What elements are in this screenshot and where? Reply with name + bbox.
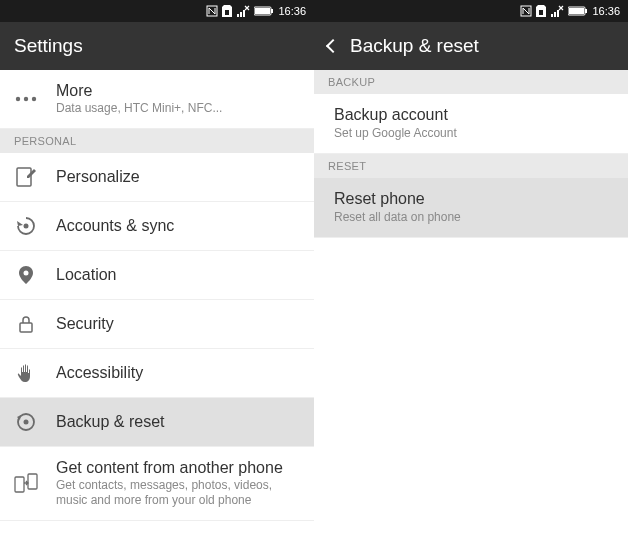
item-label: Location <box>56 266 117 284</box>
svg-point-9 <box>24 224 29 229</box>
backup-list: BACKUP Backup account Set up Google Acco… <box>314 70 628 557</box>
svg-rect-14 <box>15 477 24 492</box>
item-backup-reset[interactable]: Backup & reset <box>0 398 314 447</box>
item-accessibility[interactable]: Accessibility <box>0 349 314 398</box>
item-label: Get content from another phone <box>56 459 300 477</box>
page-title: Backup & reset <box>350 35 479 57</box>
item-more[interactable]: More Data usage, HTC Mini+, NFC... <box>0 70 314 129</box>
item-label: Backup & reset <box>56 413 165 431</box>
item-label: Reset phone <box>334 190 461 208</box>
sim-icon <box>222 5 232 17</box>
item-label: Personalize <box>56 168 140 186</box>
item-security[interactable]: Security <box>0 300 314 349</box>
back-icon[interactable] <box>326 39 340 53</box>
nfc-icon <box>520 5 532 17</box>
header-settings: Settings <box>0 22 314 70</box>
item-location[interactable]: Location <box>0 251 314 300</box>
personalize-icon <box>14 165 38 189</box>
sync-icon <box>14 214 38 238</box>
section-backup: BACKUP <box>314 70 628 94</box>
item-sub: Set up Google Account <box>334 126 457 141</box>
section-reset: RESET <box>314 154 628 178</box>
item-sub: Reset all data on phone <box>334 210 461 225</box>
item-label: More <box>56 82 222 100</box>
signal-x-icon <box>236 5 250 17</box>
item-sub: Get contacts, messages, photos, videos, … <box>56 478 300 508</box>
location-icon <box>14 263 38 287</box>
svg-rect-11 <box>20 323 32 332</box>
svg-rect-1 <box>225 10 229 15</box>
page-title: Settings <box>14 35 83 57</box>
restore-icon <box>14 410 38 434</box>
phone-settings: 16:36 Settings More Data usage, HTC Mini… <box>0 0 314 557</box>
item-backup-account[interactable]: Backup account Set up Google Account <box>314 94 628 154</box>
svg-rect-17 <box>539 10 543 15</box>
svg-point-7 <box>32 97 36 101</box>
hand-icon <box>14 361 38 385</box>
battery-icon <box>568 6 588 16</box>
item-label: Accounts & sync <box>56 217 174 235</box>
battery-icon <box>254 6 274 16</box>
item-reset-phone[interactable]: Reset phone Reset all data on phone <box>314 178 628 238</box>
svg-point-6 <box>24 97 28 101</box>
item-personalize[interactable]: Personalize <box>0 153 314 202</box>
section-personal: PERSONAL <box>0 129 314 153</box>
item-label: Accessibility <box>56 364 143 382</box>
svg-rect-15 <box>28 474 37 489</box>
header-backup: Backup & reset <box>314 22 628 70</box>
svg-rect-20 <box>569 8 584 14</box>
item-sub: Data usage, HTC Mini+, NFC... <box>56 101 222 116</box>
sim-icon <box>536 5 546 17</box>
item-label: Backup account <box>334 106 457 124</box>
item-accounts-sync[interactable]: Accounts & sync <box>0 202 314 251</box>
status-time: 16:36 <box>278 5 306 17</box>
transfer-icon <box>14 472 38 496</box>
svg-rect-19 <box>585 9 587 13</box>
svg-rect-3 <box>271 9 273 13</box>
status-bar: 16:36 <box>314 0 628 22</box>
more-icon <box>14 87 38 111</box>
nfc-icon <box>206 5 218 17</box>
status-time: 16:36 <box>592 5 620 17</box>
lock-icon <box>14 312 38 336</box>
signal-x-icon <box>550 5 564 17</box>
phone-backup-reset: 16:36 Backup & reset BACKUP Backup accou… <box>314 0 628 557</box>
settings-list: More Data usage, HTC Mini+, NFC... PERSO… <box>0 70 314 557</box>
svg-point-13 <box>24 420 29 425</box>
svg-point-10 <box>24 271 29 276</box>
status-bar: 16:36 <box>0 0 314 22</box>
svg-rect-4 <box>255 8 270 14</box>
item-label: Security <box>56 315 114 333</box>
svg-point-5 <box>16 97 20 101</box>
item-get-content[interactable]: Get content from another phone Get conta… <box>0 447 314 521</box>
